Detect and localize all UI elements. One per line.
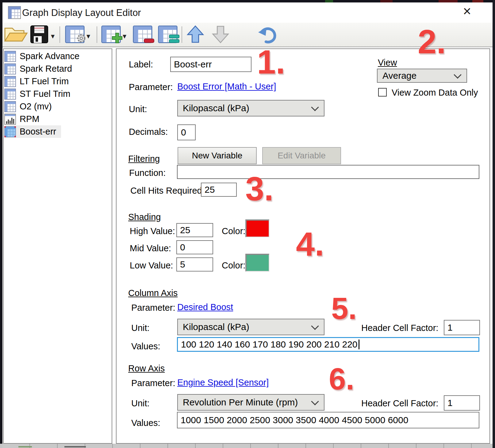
high-color-swatch[interactable] bbox=[245, 219, 269, 237]
background-speck bbox=[380, 0, 393, 2]
table-icon bbox=[4, 63, 16, 74]
plus-icon bbox=[112, 32, 123, 45]
annotation-2: 2. bbox=[418, 28, 446, 55]
background-speck bbox=[325, 0, 333, 2]
column-parameter-link[interactable]: Desired Boost bbox=[177, 302, 233, 312]
table-icon bbox=[4, 101, 16, 112]
table-settings-button[interactable] bbox=[65, 25, 85, 44]
add-table-caret-icon[interactable]: ▾ bbox=[123, 32, 126, 40]
sidebar-item-o2-mv[interactable]: O2 (mv) bbox=[4, 100, 57, 113]
high-value-label: High Value: bbox=[130, 226, 175, 236]
parameter-link[interactable]: Boost Error [Math - User] bbox=[177, 82, 276, 92]
decimals-label: Decimals: bbox=[129, 127, 168, 137]
row-parameter-link[interactable]: Engine Speed [Sensor] bbox=[177, 378, 269, 388]
table-icon bbox=[4, 89, 16, 100]
sidebar-item-spark-advance[interactable]: Spark Advance bbox=[4, 50, 84, 63]
column-values-label: Values: bbox=[131, 341, 160, 351]
row-values-input[interactable]: 1000 1500 2000 2500 3000 3500 4000 4500 … bbox=[177, 412, 479, 428]
undo-arrow-icon bbox=[257, 25, 277, 44]
column-header-cell-factor-label: Header Cell Factor: bbox=[361, 323, 438, 333]
open-folder-icon bbox=[3, 25, 28, 44]
row-unit-dropdown[interactable]: Revolution Per Minute (rpm) bbox=[177, 394, 324, 411]
open-button[interactable] bbox=[3, 25, 28, 44]
new-variable-button[interactable]: New Variable bbox=[178, 147, 257, 164]
view-dropdown[interactable]: Average bbox=[377, 69, 467, 83]
mid-value-label: Mid Value: bbox=[130, 243, 171, 253]
row-values-label: Values: bbox=[131, 418, 160, 428]
remove-row-button[interactable] bbox=[133, 25, 152, 44]
screenshot-stage: Graph Display Layout Editor × ▾ bbox=[0, 0, 495, 448]
row-axis-heading: Row Axis bbox=[128, 363, 165, 374]
add-table-button[interactable] bbox=[101, 25, 121, 44]
function-label: Function: bbox=[129, 168, 166, 178]
sidebar-item-st-fuel-trim[interactable]: ST Fuel Trim bbox=[4, 88, 75, 100]
sidebar-item-rpm[interactable]: RPM bbox=[4, 113, 44, 125]
column-parameter-label: Parameter: bbox=[131, 303, 175, 313]
edit-variable-button[interactable]: Edit Variable bbox=[262, 147, 341, 164]
sidebar-item-lt-fuel-trim[interactable]: LT Fuel Trim bbox=[4, 75, 74, 88]
window-title: Graph Display Layout Editor bbox=[22, 7, 141, 18]
decimals-input[interactable]: 0 bbox=[177, 124, 196, 140]
save-button[interactable] bbox=[30, 25, 48, 44]
undo-button[interactable] bbox=[257, 25, 277, 44]
close-button[interactable]: × bbox=[459, 3, 476, 19]
low-color-swatch[interactable] bbox=[245, 254, 269, 271]
sidebar-item-boost-err[interactable]: Boost-err bbox=[4, 125, 61, 138]
bar-chart-icon bbox=[4, 114, 16, 125]
equals-rows-icon bbox=[169, 34, 179, 45]
annotation-5: 5. bbox=[331, 296, 357, 321]
cell-hits-required-input[interactable]: 25 bbox=[201, 183, 237, 197]
row-parameter-label: Parameter: bbox=[131, 378, 175, 388]
high-value-input[interactable]: 25 bbox=[176, 223, 213, 237]
column-unit-dropdown[interactable]: Kilopascal (kPa) bbox=[177, 319, 324, 335]
row-header-cell-factor-label: Header Cell Factor: bbox=[361, 398, 438, 408]
row-header-cell-factor-input[interactable]: 1 bbox=[444, 395, 480, 411]
high-color-label: Color: bbox=[222, 226, 245, 236]
cell-hits-required-label: Cell Hits Required: bbox=[130, 186, 205, 196]
background-edge-right bbox=[493, 0, 495, 448]
table-icon bbox=[4, 51, 16, 62]
function-input[interactable] bbox=[177, 165, 479, 179]
chevron-down-icon bbox=[311, 103, 319, 111]
view-zoom-only-label: View Zoom Data Only bbox=[392, 88, 478, 98]
row-options-button[interactable] bbox=[158, 25, 178, 44]
save-dropdown-caret-icon[interactable]: ▾ bbox=[51, 32, 55, 40]
move-up-button[interactable] bbox=[186, 25, 204, 44]
table-icon bbox=[4, 76, 16, 87]
background-edge-left bbox=[0, 0, 2, 444]
parameter-label: Parameter: bbox=[129, 82, 173, 92]
sidebar-item-label: RPM bbox=[20, 114, 39, 124]
filtering-heading: Filtering bbox=[128, 154, 160, 164]
mid-value-input[interactable]: 0 bbox=[176, 240, 213, 254]
sidebar-item-label: LT Fuel Trim bbox=[20, 76, 69, 86]
text-cursor bbox=[359, 340, 359, 349]
label-input[interactable]: Boost-err bbox=[170, 57, 251, 72]
annotation-6: 6. bbox=[329, 366, 354, 391]
minus-icon bbox=[144, 38, 154, 45]
view-zoom-only-checkbox[interactable] bbox=[378, 88, 387, 97]
unit-label: Unit: bbox=[129, 104, 147, 114]
app-table-icon bbox=[8, 6, 21, 19]
up-arrow-icon bbox=[186, 25, 204, 44]
low-value-input[interactable]: 5 bbox=[176, 257, 213, 271]
column-unit-label: Unit: bbox=[131, 323, 150, 333]
background-speck bbox=[439, 0, 458, 2]
save-floppy-icon bbox=[30, 25, 48, 44]
sidebar-item-label: Spark Retard bbox=[20, 64, 72, 74]
sidebar-item-spark-retard[interactable]: Spark Retard bbox=[4, 63, 77, 75]
gear-icon bbox=[76, 33, 86, 45]
table-icon-selected bbox=[4, 126, 16, 137]
sidebar-item-label: ST Fuel Trim bbox=[20, 89, 70, 99]
shading-heading: Shading bbox=[128, 212, 161, 222]
view-heading: View bbox=[378, 58, 397, 68]
down-arrow-icon bbox=[212, 25, 229, 44]
column-values-input[interactable]: 100 120 140 160 170 180 190 200 210 220 bbox=[177, 337, 479, 352]
column-header-cell-factor-input[interactable]: 1 bbox=[444, 320, 480, 335]
background-smudge bbox=[64, 446, 86, 447]
sidebar-item-label: Spark Advance bbox=[20, 51, 79, 61]
move-down-button[interactable] bbox=[212, 25, 229, 44]
chevron-down-icon bbox=[311, 397, 319, 405]
table-settings-caret-icon[interactable]: ▾ bbox=[86, 32, 90, 40]
unit-dropdown[interactable]: Kilopascal (kPa) bbox=[177, 100, 324, 116]
chevron-down-icon bbox=[454, 71, 461, 78]
